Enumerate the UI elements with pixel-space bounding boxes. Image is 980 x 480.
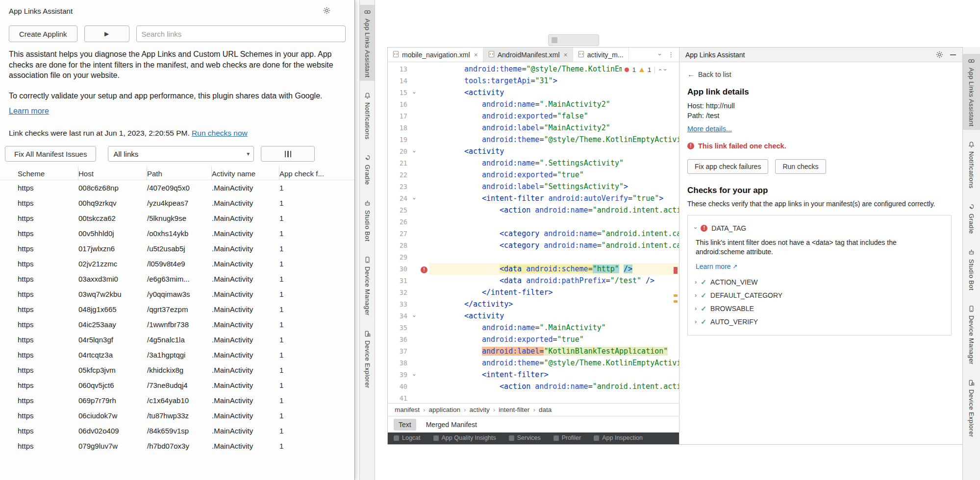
code-line[interactable]: 34›<activity <box>388 310 679 322</box>
tool-strip-item-gradle[interactable]: Gradle <box>963 200 980 237</box>
links-filter-dropdown[interactable]: All links ▾ <box>108 146 254 162</box>
code-line[interactable]: 22android:exported="true" <box>388 169 679 181</box>
code-line[interactable]: 18android:label="MainActivity2" <box>388 122 679 134</box>
run-button[interactable]: ▶ <box>84 25 129 42</box>
bottom-tab-merged-manifest[interactable]: Merged Manifest <box>421 419 482 431</box>
table-row[interactable]: https06dv02o409/84k659v1sp.MainActivity1 <box>0 423 354 438</box>
gutter-error-icon[interactable]: ! <box>419 263 429 275</box>
check-item-action-view[interactable]: ›✓ACTION_VIEW <box>695 275 944 288</box>
code-line[interactable]: 20›<activity <box>388 145 679 157</box>
table-row[interactable]: https017jwlxzn6/u5t2usab5j.MainActivity1 <box>0 241 354 256</box>
statusbar-item-profiler[interactable]: Profiler <box>553 434 581 441</box>
code-line[interactable]: 23android:label="SettingsActivity"> <box>388 181 679 192</box>
table-column-header-activity-name[interactable]: Activity name <box>212 167 279 180</box>
code-line[interactable]: 24›<intent-filter android:autoVerify="tr… <box>388 192 679 204</box>
editor-tab-androidmanifest-xml[interactable]: AndroidManifest.xml× <box>483 48 573 62</box>
table-column-header-scheme[interactable]: Scheme <box>18 167 78 180</box>
code-line[interactable]: 14tools:targetApi="31"> <box>388 75 679 87</box>
chevron-right-icon[interactable]: › <box>695 318 697 325</box>
tool-strip-item-notifications[interactable]: Notifications <box>360 89 375 143</box>
check-item-default-category[interactable]: ›✓DEFAULT_CATEGORY <box>695 288 944 302</box>
next-issue-icon[interactable]: › <box>662 69 668 71</box>
bottom-tab-text[interactable]: Text <box>394 419 416 431</box>
table-row[interactable]: https04rtcqtz3a/3a1hgptqgi.MainActivity1 <box>0 347 354 362</box>
chevron-down-icon[interactable]: › <box>656 53 663 55</box>
tool-strip-item-app-links-assistant[interactable]: App Links Assistant <box>963 54 980 130</box>
editor-tab-activity-m[interactable]: activity_m... <box>573 48 629 62</box>
editor-tab-mobile-navigation-xml[interactable]: mobile_navigation.xml× <box>388 48 483 62</box>
code-line[interactable]: 26 <box>388 216 679 228</box>
check-item-browsable[interactable]: ›✓BROWSABLE <box>695 302 944 315</box>
breadcrumb-item-data[interactable]: data <box>539 406 552 413</box>
minimize-icon[interactable] <box>950 51 957 58</box>
table-row[interactable]: https048jg1x665/qgrt37ezpm.MainActivity1 <box>0 302 354 317</box>
code-line[interactable]: 33</activity> <box>388 298 679 310</box>
breadcrumb-item-manifest[interactable]: manifest <box>395 406 420 413</box>
table-row[interactable]: https060qv5jct6/73ne8udqj4.MainActivity1 <box>0 378 354 393</box>
statusbar-item-logcat[interactable]: Logcat <box>394 434 421 441</box>
table-column-header-path[interactable]: Path <box>147 167 212 180</box>
code-line[interactable]: 39›<intent-filter> <box>388 369 679 381</box>
tool-strip-item-device-explorer[interactable]: Device Explorer <box>963 376 980 441</box>
configure-columns-button[interactable] <box>261 146 315 162</box>
code-line[interactable]: 29 <box>388 251 679 263</box>
code-line[interactable]: 30!<data android:scheme="http" /> <box>388 263 679 275</box>
tool-strip-item-device-explorer[interactable]: Device Explorer <box>360 327 375 392</box>
chevron-right-icon[interactable]: › <box>695 305 697 312</box>
code-line[interactable]: 35android:name=".MainActivity" <box>388 322 679 334</box>
fix-all-manifest-issues-button[interactable]: Fix All Manifest Issues <box>5 146 96 162</box>
inspections-widget[interactable]: 1 1 › › <box>622 65 669 74</box>
create-applink-button[interactable]: Create Applink <box>9 25 77 42</box>
tool-strip-item-gradle[interactable]: Gradle <box>360 151 375 188</box>
gear-icon[interactable] <box>936 51 943 58</box>
code-line[interactable]: 27<category android:name="android.intent… <box>388 228 679 240</box>
gear-icon[interactable] <box>323 7 331 15</box>
table-row[interactable]: https03wq7w2kbu/y0qqimaw3s.MainActivity1 <box>0 287 354 302</box>
table-row[interactable]: https00tskcza62/5lknugk9se.MainActivity1 <box>0 211 354 226</box>
tool-strip-item-studio-bot[interactable]: Studio Bot <box>963 245 980 294</box>
code-line[interactable]: 41 <box>388 392 679 403</box>
close-icon[interactable]: × <box>474 51 478 59</box>
code-line[interactable]: 40<action android:name="android.intent.a… <box>388 381 679 392</box>
code-line[interactable]: 36android:exported="true" <box>388 334 679 345</box>
run-checks-button[interactable]: Run checks <box>775 159 826 174</box>
table-column-header-host[interactable]: Host <box>78 167 147 180</box>
check-item-auto-verify[interactable]: ›✓AUTO_VERIFY <box>695 315 944 328</box>
table-row[interactable]: https04ic253aay/1wwnfbr738.MainActivity1 <box>0 317 354 332</box>
code-line[interactable]: 38android:theme="@style/Theme.KotlinEmpt… <box>388 357 679 369</box>
statusbar-item-app-quality-insights[interactable]: App Quality Insights <box>433 434 496 441</box>
breadcrumb-item-activity[interactable]: activity <box>470 406 490 413</box>
table-row[interactable]: https00v5hhld0j/o0xhs14ykb.MainActivity1 <box>0 226 354 241</box>
close-icon[interactable]: × <box>564 51 568 59</box>
statusbar-item-app-inspection[interactable]: App Inspection <box>594 434 643 441</box>
table-row[interactable]: https06ciudok7w/tu87hwp33z.MainActivity1 <box>0 408 354 423</box>
tool-strip-item-device-manager[interactable]: Device Manager <box>360 253 375 319</box>
code-line[interactable]: 21android:name=".SettingsActivity" <box>388 157 679 169</box>
kebab-menu-icon[interactable]: ⋮ <box>668 51 674 58</box>
code-line[interactable]: 32</intent-filter> <box>388 287 679 298</box>
fold-icon[interactable]: › <box>410 369 419 381</box>
fix-app-check-failures-button[interactable]: Fix app check failures <box>687 159 768 174</box>
code-line[interactable]: 28<category android:name="android.intent… <box>388 240 679 251</box>
tool-strip-item-app-links-assistant[interactable]: App Links Assistant <box>360 5 375 81</box>
run-checks-now-link[interactable]: Run checks now <box>192 129 248 137</box>
tool-strip-item-device-manager[interactable]: Device Manager <box>963 302 980 368</box>
table-row[interactable]: https008c6z68np/407e09q5x0.MainActivity1 <box>0 180 354 195</box>
code-line[interactable]: 15›<activity <box>388 87 679 98</box>
code-line[interactable]: 17android:exported="false" <box>388 110 679 122</box>
code-line[interactable]: 31<data android:pathPrefix="/test" /> <box>388 275 679 287</box>
breadcrumb-item-application[interactable]: application <box>429 406 461 413</box>
chevron-down-icon[interactable]: › <box>693 227 699 229</box>
statusbar-item-services[interactable]: Services <box>509 434 541 441</box>
back-to-list-link[interactable]: ← Back to list <box>687 70 952 78</box>
check-item-data-tag[interactable]: › ! DATA_TAG <box>695 221 944 235</box>
table-row[interactable]: https03axxd3mi0/e6g63mim....MainActivity… <box>0 271 354 287</box>
table-row[interactable]: https079g9luv7w/h7bd07ox3y.MainActivity1 <box>0 438 354 454</box>
learn-more-link[interactable]: Learn more <box>9 107 49 115</box>
fold-icon[interactable]: › <box>410 192 419 204</box>
code-line[interactable]: 16android:name=".MainActivity2" <box>388 98 679 110</box>
code-editor[interactable]: 13android:theme="@style/Theme.KotlinEmp1… <box>388 62 679 403</box>
table-row[interactable]: https00hq9zrkqv/yzu4kpeas7.MainActivity1 <box>0 195 354 211</box>
table-row[interactable]: https02jv21zzmc/l059v8t4e9.MainActivity1 <box>0 256 354 271</box>
table-row[interactable]: https04r5lqn3gf/4g5nalc1la.MainActivity1 <box>0 332 354 347</box>
